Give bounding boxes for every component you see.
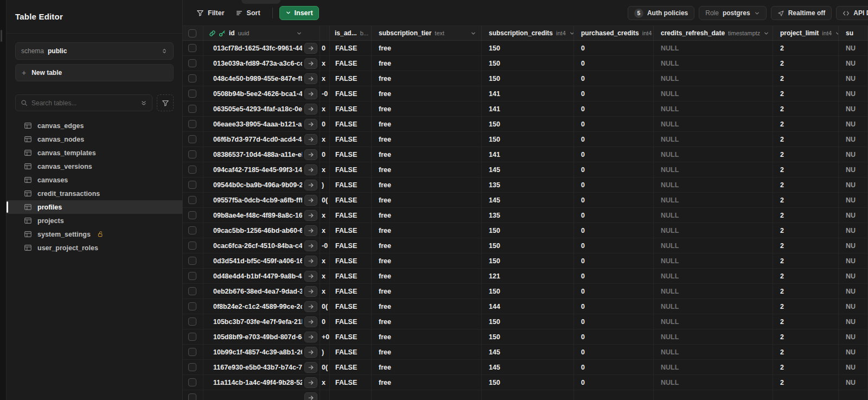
row-checkbox[interactable] bbox=[188, 181, 196, 189]
cell-is-admin[interactable] bbox=[330, 390, 372, 400]
sidebar-item-canvas_nodes[interactable]: canvas_nodes bbox=[7, 132, 182, 146]
cell-last-clipped[interactable]: NU bbox=[839, 238, 868, 253]
cell-id[interactable]: 048c4e50-b989-455e-847e-fb2f... bbox=[203, 71, 320, 86]
table-row[interactable]: 08386537-10d4-488a-a11e-eb5a6... 0 FALSE… bbox=[183, 147, 868, 162]
row-select-cell[interactable] bbox=[183, 375, 203, 390]
cell-project-limit[interactable]: 2 bbox=[773, 147, 839, 162]
expand-row-button[interactable] bbox=[304, 332, 317, 342]
cell-credits-refresh-date[interactable]: NULL bbox=[654, 208, 773, 223]
table-row[interactable]: 06eaee33-8905-4aaa-b121-ab552... 0 FALSE… bbox=[183, 117, 868, 132]
cell-last-clipped[interactable]: NU bbox=[839, 253, 868, 268]
cell-subscription-credits[interactable]: 150 bbox=[482, 329, 574, 344]
cell-id[interactable]: 0508b94b-5ee2-4626-bca1-4bca... bbox=[203, 86, 320, 101]
cell-project-limit[interactable]: 2 bbox=[773, 299, 839, 314]
table-row[interactable]: 094caf42-7185-4e45-99f3-14abee... x FALS… bbox=[183, 162, 868, 177]
cell-credits-refresh-date[interactable]: NULL bbox=[654, 86, 773, 101]
cell-last-clipped[interactable]: NU bbox=[839, 86, 868, 101]
table-row[interactable]: 0eb2b676-38ed-4ea7-9dad-38e6... x FALSE … bbox=[183, 284, 868, 299]
column-header-id[interactable]: id uuid bbox=[203, 26, 320, 40]
select-all-header-cell[interactable] bbox=[183, 26, 203, 40]
cell-subscription-tier[interactable]: free bbox=[372, 360, 482, 374]
cell-subscription-credits[interactable]: 150 bbox=[482, 284, 574, 299]
row-checkbox[interactable] bbox=[188, 166, 196, 174]
cell-purchased-credits[interactable]: 0 bbox=[574, 223, 654, 238]
chevron-down-icon[interactable] bbox=[296, 30, 302, 36]
row-checkbox[interactable] bbox=[188, 393, 196, 400]
table-row[interactable]: 105bc3b7-03fe-4e7f-9efa-21bb40... 0 FALS… bbox=[183, 314, 868, 329]
cell-subscription-tier[interactable]: free bbox=[372, 253, 482, 268]
table-row[interactable]: 0d3d541d-bf5c-459f-a406-16b93... x FALSE… bbox=[183, 253, 868, 269]
cell-project-limit[interactable]: 2 bbox=[773, 41, 839, 55]
sidebar-item-system_settings[interactable]: system_settings bbox=[7, 227, 182, 241]
api-docs-button[interactable]: API Docs bbox=[836, 6, 868, 20]
cell-is-admin[interactable]: FALSE bbox=[330, 299, 372, 314]
cell-id[interactable]: 10b99c1f-4857-4c39-a8b1-263b8... bbox=[203, 345, 320, 359]
cell-clipped-fragment[interactable]: ) bbox=[320, 177, 330, 192]
column-header-su[interactable]: su bbox=[839, 26, 868, 40]
cell-subscription-tier[interactable]: free bbox=[372, 193, 482, 207]
cell-project-limit[interactable]: 2 bbox=[773, 208, 839, 223]
cell-clipped-fragment[interactable]: 0 bbox=[320, 41, 330, 55]
cell-subscription-credits[interactable]: 121 bbox=[482, 269, 574, 283]
cell-credits-refresh-date[interactable]: NULL bbox=[654, 101, 773, 116]
sidebar-item-user_project_roles[interactable]: user_project_roles bbox=[7, 241, 182, 255]
cell-subscription-credits[interactable]: 135 bbox=[482, 208, 574, 223]
cell-subscription-credits[interactable]: 150 bbox=[482, 41, 574, 55]
cell-subscription-tier[interactable]: free bbox=[372, 314, 482, 329]
sidebar-item-canvases[interactable]: canvases bbox=[7, 173, 182, 187]
row-select-cell[interactable] bbox=[183, 223, 203, 238]
column-header-subscription_credits[interactable]: subscription_credits int4 bbox=[482, 26, 574, 40]
cell-is-admin[interactable]: FALSE bbox=[330, 162, 372, 177]
cell-last-clipped[interactable]: NU bbox=[839, 41, 868, 55]
table-row[interactable]: 06f6b7d3-977d-4cd0-acd4-4a78... x FALSE … bbox=[183, 132, 868, 147]
cell-id[interactable]: 094caf42-7185-4e45-99f3-14abee... bbox=[203, 162, 320, 177]
cell-subscription-tier[interactable]: free bbox=[372, 299, 482, 314]
cell-project-limit[interactable]: 2 bbox=[773, 375, 839, 390]
row-select-cell[interactable] bbox=[183, 299, 203, 314]
cell-subscription-tier[interactable]: free bbox=[372, 238, 482, 253]
cell-is-admin[interactable]: FALSE bbox=[330, 345, 372, 359]
row-checkbox[interactable] bbox=[188, 348, 196, 356]
expand-row-button[interactable] bbox=[304, 88, 317, 99]
row-select-cell[interactable] bbox=[183, 147, 203, 162]
cell-project-limit[interactable]: 2 bbox=[773, 360, 839, 374]
cell-project-limit[interactable]: 2 bbox=[773, 132, 839, 147]
cell-purchased-credits[interactable]: 0 bbox=[574, 56, 654, 71]
table-row[interactable]: 1167e930-e5b0-43b7-b74c-788c9... 0( FALS… bbox=[183, 360, 868, 375]
table-row[interactable]: 09b8ae4e-f48c-4f89-8a8c-1629b... x FALSE… bbox=[183, 208, 868, 223]
cell-is-admin[interactable]: FALSE bbox=[330, 56, 372, 71]
cell-clipped-fragment[interactable]: x bbox=[320, 208, 330, 223]
cell-purchased-credits[interactable] bbox=[574, 390, 654, 400]
cell-credits-refresh-date[interactable]: NULL bbox=[654, 41, 773, 55]
table-row[interactable]: 09557f5a-0dcb-4cb9-a6fb-fff366... 0( FAL… bbox=[183, 193, 868, 208]
cell-clipped-fragment[interactable]: x bbox=[320, 269, 330, 283]
expand-row-button[interactable] bbox=[304, 347, 317, 358]
row-select-cell[interactable] bbox=[183, 117, 203, 131]
cell-is-admin[interactable]: FALSE bbox=[330, 360, 372, 374]
cell-last-clipped[interactable]: NU bbox=[839, 375, 868, 390]
cell-clipped-fragment[interactable]: x bbox=[320, 56, 330, 71]
cell-subscription-credits[interactable]: 150 bbox=[482, 117, 574, 131]
select-all-checkbox[interactable] bbox=[188, 29, 196, 37]
cell-credits-refresh-date[interactable]: NULL bbox=[654, 329, 773, 344]
cell-subscription-tier[interactable]: free bbox=[372, 162, 482, 177]
cell-is-admin[interactable]: FALSE bbox=[330, 253, 372, 268]
cell-clipped-fragment[interactable]: x bbox=[320, 132, 330, 147]
row-checkbox[interactable] bbox=[188, 226, 196, 234]
expand-row-button[interactable] bbox=[304, 134, 317, 145]
row-checkbox[interactable] bbox=[188, 90, 196, 98]
cell-purchased-credits[interactable]: 0 bbox=[574, 162, 654, 177]
table-row[interactable]: 105d8bf9-e703-49bd-807d-645e... +0 FALSE… bbox=[183, 329, 868, 345]
expand-row-button[interactable] bbox=[304, 301, 317, 312]
cell-credits-refresh-date[interactable]: NULL bbox=[654, 360, 773, 374]
cell-last-clipped[interactable]: NU bbox=[839, 314, 868, 329]
cell-clipped-fragment[interactable]: x bbox=[320, 375, 330, 390]
chevron-down-icon[interactable] bbox=[835, 30, 839, 36]
expand-row-button[interactable] bbox=[304, 362, 317, 373]
cell-clipped-fragment[interactable]: x bbox=[320, 223, 330, 238]
expand-row-button[interactable] bbox=[304, 180, 317, 191]
cell-subscription-tier[interactable]: free bbox=[372, 56, 482, 71]
cell-clipped-fragment[interactable]: -0 bbox=[320, 86, 330, 101]
cell-subscription-credits[interactable]: 150 bbox=[482, 375, 574, 390]
cell-last-clipped[interactable]: NU bbox=[839, 299, 868, 314]
